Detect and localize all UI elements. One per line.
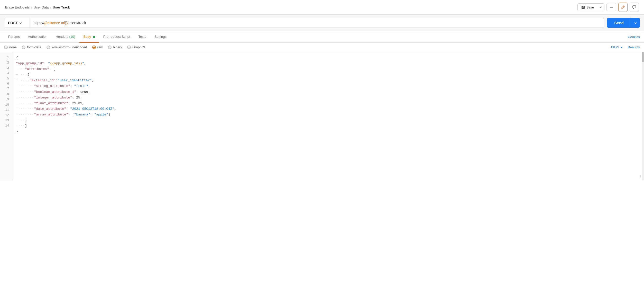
code-line-6: ········"string_attribute": "fruit", (16, 83, 644, 89)
save-button[interactable]: Save (578, 4, 598, 11)
body-option-none[interactable]: none (4, 45, 17, 49)
label-urlencoded: x-www-form-urlencoded (52, 45, 87, 49)
line-num-8: 8 (0, 92, 13, 97)
val-app-group-id-template: {{app_group_id}} (50, 61, 82, 66)
send-button[interactable]: Send (607, 18, 631, 28)
tab-settings-label: Settings (154, 35, 167, 39)
key-bool-attr: "boolean_attribute_1" (34, 89, 76, 95)
line-num-10: 10 (0, 102, 13, 107)
val-date-attr: "2021-05012T18:00:04Z" (70, 106, 114, 112)
scrollbar-track[interactable] (642, 52, 644, 180)
svg-line-3 (623, 6, 624, 7)
radio-none (4, 46, 8, 49)
line-num-7: 7 (0, 86, 13, 92)
tab-settings[interactable]: Settings (150, 31, 171, 43)
radio-urlencoded (47, 46, 50, 49)
json-type-dropdown[interactable]: JSON (610, 45, 623, 49)
tab-tests-label: Tests (139, 35, 146, 39)
url-template: {{instance.url}} (44, 21, 67, 25)
code-content[interactable]: { "app_group_id": "{{app_group_id}}", ··… (13, 52, 644, 180)
line-num-2: 2 (0, 60, 13, 65)
method-label: POST (8, 21, 18, 25)
tab-headers-label: Headers (10) (56, 35, 75, 39)
save-label: Save (586, 5, 594, 9)
key-attributes: "attributes" (25, 66, 49, 72)
url-suffix: /users/track (67, 21, 86, 25)
radio-binary (108, 46, 112, 49)
val-external-id: "user_identifier" (58, 78, 92, 83)
tab-headers[interactable]: Headers (10) (52, 31, 79, 43)
line-numbers: 1 2 3 4 5 6 7 8 9 10 11 12 13 14 (0, 52, 13, 180)
code-line-3: ····"attributes": [ (16, 66, 644, 72)
expand-arrow-5: → (16, 78, 21, 83)
tab-params[interactable]: Params (4, 31, 24, 43)
key-int-attr: "integer_attribute" (34, 95, 72, 101)
line-num-14: 14 (0, 123, 13, 128)
edit-button[interactable] (618, 3, 628, 12)
key-external-id: "external_id" (30, 78, 56, 83)
code-line-5: →····"external_id":"user_identifier", (16, 78, 644, 83)
breadcrumb: Braze Endpoints / User Data / User Track (5, 5, 70, 9)
code-line-9: ········"float_attribute": 29.31, (16, 101, 644, 106)
json-chevron-icon (620, 46, 623, 49)
radio-form-data (22, 46, 25, 49)
svg-rect-2 (582, 7, 584, 8)
comment-icon (632, 5, 636, 9)
body-option-raw[interactable]: raw (92, 45, 103, 49)
code-line-12: ····} (16, 118, 644, 123)
tab-pre-request[interactable]: Pre-request Script (99, 31, 134, 43)
json-type-label: JSON (610, 45, 619, 49)
save-button-group: Save (577, 3, 605, 11)
code-editor[interactable]: 1 2 3 4 5 6 7 8 9 10 11 12 13 14 { "app_… (0, 52, 644, 180)
code-line-11: ········"array_attribute": ["banana", "a… (16, 112, 644, 118)
top-bar-actions: Save ··· (577, 3, 639, 12)
comment-button[interactable] (630, 3, 639, 12)
body-option-urlencoded[interactable]: x-www-form-urlencoded (47, 45, 87, 49)
breadcrumb-part2[interactable]: User Data (34, 5, 49, 9)
code-line-4: →···{ (16, 72, 644, 78)
beautify-button[interactable]: Beautify (628, 45, 640, 49)
label-form-data: form-data (27, 45, 41, 49)
label-graphql: GraphQL (132, 45, 146, 49)
radio-graphql (127, 46, 131, 49)
chevron-down-icon (600, 6, 602, 8)
key-string-attr: "string_attribute" (34, 83, 70, 89)
more-options-button[interactable]: ··· (606, 3, 616, 11)
resize-handle[interactable]: ⠿ (639, 174, 641, 179)
svg-rect-1 (582, 6, 584, 7)
val-string-attr: "fruit" (74, 83, 88, 89)
tab-body-label: Body (84, 35, 91, 39)
send-chevron-button[interactable] (631, 18, 640, 28)
send-button-group: Send (607, 18, 640, 28)
cookies-link[interactable]: Cookies (628, 35, 640, 39)
bracket-open: [ (53, 66, 55, 72)
brace-open: { (16, 55, 18, 61)
top-bar: Braze Endpoints / User Data / User Track… (0, 0, 644, 15)
save-icon (581, 5, 585, 9)
body-option-form-data[interactable]: form-data (22, 45, 41, 49)
line-num-1: 1 (0, 55, 13, 60)
body-option-graphql[interactable]: GraphQL (127, 45, 146, 49)
line-num-4: 4 (0, 71, 13, 76)
body-active-dot (93, 36, 95, 38)
send-chevron-icon (634, 22, 637, 24)
line-num-12: 12 (0, 113, 13, 118)
tabs-bar: Params Authorization Headers (10) Body P… (0, 31, 644, 43)
body-option-binary[interactable]: binary (108, 45, 122, 49)
svg-rect-4 (633, 6, 636, 8)
tab-body[interactable]: Body (79, 31, 99, 43)
scrollbar-thumb[interactable] (642, 52, 644, 62)
tab-authorization[interactable]: Authorization (24, 31, 52, 43)
method-chevron-icon (19, 22, 22, 24)
breadcrumb-part1[interactable]: Braze Endpoints (5, 5, 30, 9)
method-select[interactable]: POST (4, 18, 30, 28)
label-raw: raw (97, 45, 103, 49)
save-chevron-button[interactable] (597, 4, 604, 11)
tab-tests[interactable]: Tests (134, 31, 150, 43)
key-float-attr: "float_attribute" (34, 101, 68, 106)
line-num-11: 11 (0, 107, 13, 113)
pencil-icon (621, 5, 625, 9)
url-input[interactable]: https://{{instance.url}}/users/track (30, 18, 604, 28)
key-date-attr: "date_attribute" (34, 106, 66, 112)
label-none: none (9, 45, 17, 49)
